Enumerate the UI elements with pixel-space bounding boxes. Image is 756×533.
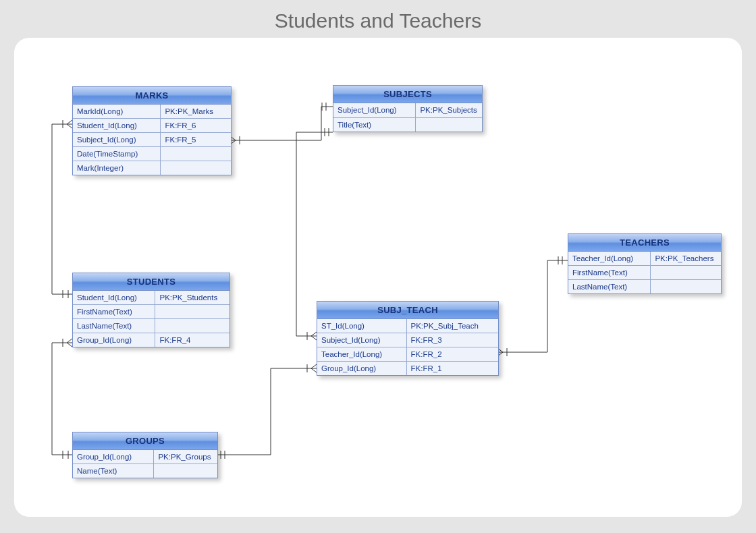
field-name: Student_Id(Long)	[73, 291, 155, 304]
field-key: PK:PK_Subj_Teach	[407, 319, 498, 333]
entity-groups: GROUPS Group_Id(Long)PK:PK_Groups Name(T…	[72, 432, 218, 478]
field-name: Name(Text)	[73, 464, 154, 478]
entity-header: SUBJECTS	[333, 86, 482, 103]
field-name: ST_Id(Long)	[317, 319, 407, 333]
field-name: FirstName(Text)	[568, 265, 651, 279]
entity-header: SUBJ_TEACH	[317, 302, 498, 319]
field-key	[155, 304, 230, 318]
field-key: FK:FR_1	[407, 361, 498, 375]
field-name: MarkId(Long)	[73, 105, 161, 118]
entity-subj-teach: SUBJ_TEACH ST_Id(Long)PK:PK_Subj_Teach S…	[317, 301, 499, 376]
entity-students: STUDENTS Student_Id(Long)PK:PK_Students …	[72, 273, 230, 347]
field-name: LastName(Text)	[73, 318, 155, 333]
field-name: Teacher_Id(Long)	[568, 252, 651, 265]
field-key	[651, 265, 721, 279]
diagram-canvas: MARKS MarkId(Long)PK:PK_Marks Student_Id…	[14, 38, 742, 517]
field-key: PK:PK_Subjects	[416, 103, 482, 117]
entity-subjects: SUBJECTS Subject_Id(Long)PK:PK_Subjects …	[333, 85, 483, 132]
field-key: FK:FR_3	[407, 333, 498, 347]
field-name: Mark(Integer)	[73, 161, 161, 175]
field-key: PK:PK_Students	[155, 291, 230, 304]
field-key	[161, 146, 231, 161]
entity-marks: MARKS MarkId(Long)PK:PK_Marks Student_Id…	[72, 86, 232, 175]
field-name: Group_Id(Long)	[317, 361, 407, 375]
field-key	[416, 117, 482, 132]
field-name: LastName(Text)	[568, 279, 651, 293]
field-name: Group_Id(Long)	[73, 450, 154, 464]
field-name: FirstName(Text)	[73, 304, 155, 318]
entity-header: MARKS	[73, 87, 231, 105]
field-key: FK:FR_2	[407, 347, 498, 361]
field-key	[155, 318, 230, 333]
field-key: FK:FR_5	[161, 132, 231, 146]
field-name: Group_Id(Long)	[73, 333, 155, 347]
field-key: PK:PK_Groups	[154, 450, 217, 464]
field-key: FK:FR_6	[161, 118, 231, 132]
field-name: Student_Id(Long)	[73, 118, 161, 132]
field-name: Subject_Id(Long)	[317, 333, 407, 347]
field-key: FK:FR_4	[155, 333, 230, 347]
field-name: Date(TimeStamp)	[73, 146, 161, 161]
field-key	[161, 161, 231, 175]
field-key	[651, 279, 721, 293]
entity-header: STUDENTS	[73, 273, 230, 291]
entity-header: GROUPS	[73, 432, 217, 450]
field-name: Teacher_Id(Long)	[317, 347, 407, 361]
entity-header: TEACHERS	[568, 234, 721, 252]
diagram-title: Students and Teachers	[0, 0, 756, 38]
field-key: PK:PK_Marks	[161, 105, 231, 118]
field-name: Subject_Id(Long)	[333, 103, 416, 117]
field-name: Subject_Id(Long)	[73, 132, 161, 146]
field-name: Title(Text)	[333, 117, 416, 132]
field-key	[154, 464, 217, 478]
field-key: PK:PK_Teachers	[651, 252, 721, 265]
entity-teachers: TEACHERS Teacher_Id(Long)PK:PK_Teachers …	[568, 233, 722, 294]
